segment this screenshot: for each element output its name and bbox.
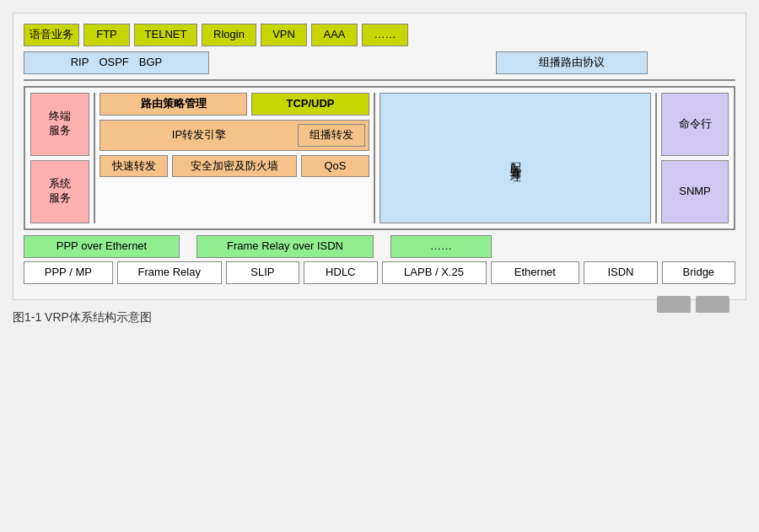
snmp-box: SNMP [661, 160, 729, 223]
ppp-frame-relay-row: PPP over Ethernet Frame Relay over ISDN … [24, 235, 735, 258]
isdn-box: ISDN [584, 261, 657, 284]
more-services: …… [362, 24, 408, 46]
diagram-caption: 图1-1 VRP体系结构示意图 [13, 310, 746, 325]
terminal-services-label: 终端 服务 [49, 110, 71, 138]
routing-protocols-row: RIP OSPF BGP 组播路由协议 [24, 51, 735, 74]
rlogin-service: Rlogin [202, 24, 256, 46]
routing-policy-box: 路由策略管理 [100, 93, 247, 116]
ip-forward-box: IP转发引擎 组播转发 [100, 120, 369, 151]
left-services: 终端 服务 系统 服务 [30, 93, 89, 223]
igp-routing-box: RIP OSPF BGP [24, 51, 209, 74]
policy-tcp-row: 路由策略管理 TCP/UDP [100, 93, 369, 116]
blur-sq-1 [657, 296, 691, 313]
bgp-label: BGP [139, 56, 162, 70]
gap1 [184, 235, 192, 258]
divider-1 [24, 79, 735, 81]
security-box: 安全加密及防火墙 [172, 155, 297, 178]
ip-forward-label: IP转发引擎 [104, 127, 294, 142]
terminal-services-box: 终端 服务 [30, 93, 89, 156]
ethernet-box: Ethernet [491, 261, 580, 284]
ospf-label: OSPF [99, 56, 128, 70]
config-label: 配 置 管 理 [508, 153, 523, 163]
forward-detail-row: 快速转发 安全加密及防火墙 QoS [100, 155, 369, 178]
app-services-row: 语音业务 FTP TELNET Rlogin VPN AAA …… [24, 24, 735, 46]
frame-relay-over-isdn-box: Frame Relay over ISDN [196, 235, 374, 258]
multicast-routing-box: 组播路由协议 [496, 51, 648, 74]
qos-box: QoS [301, 155, 369, 178]
system-services-label: 系统 服务 [49, 177, 71, 206]
more-protocols-box: …… [390, 235, 492, 258]
rip-label: RIP [71, 56, 89, 70]
system-services-box: 系统 服务 [30, 160, 89, 223]
blur-sq-2 [696, 296, 729, 313]
command-box: 命令行 [661, 93, 729, 156]
ppp-mp-box: PPP / MP [24, 261, 113, 284]
left-divider [94, 93, 95, 223]
blur-decoration [657, 296, 729, 313]
voice-service: 语音业务 [24, 24, 79, 46]
frame-relay-box: Frame Relay [117, 261, 222, 284]
fast-forward-box: 快速转发 [100, 155, 168, 178]
hdlc-box: HDLC [304, 261, 377, 284]
config-mgmt-box: 配 置 管 理 [380, 93, 651, 223]
ppp-over-ethernet-box: PPP over Ethernet [24, 235, 180, 258]
main-content-area: 路由策略管理 TCP/UDP IP转发引擎 组播转发 快速转发 安全加密及防火墙 [100, 93, 369, 223]
slip-box: SLIP [226, 261, 299, 284]
aaa-service: AAA [311, 24, 358, 46]
multicast-forward-box: 组播转发 [298, 124, 365, 147]
right-divider-1 [374, 93, 375, 223]
tcp-udp-box: TCP/UDP [251, 93, 369, 116]
vpn-service: VPN [261, 24, 307, 46]
right-services: 命令行 SNMP [661, 93, 729, 223]
bridge-box: Bridge [662, 261, 735, 284]
protocols-row: PPP / MP Frame Relay SLIP HDLC LAPB / X.… [24, 261, 735, 284]
ip-forward-row: IP转发引擎 组播转发 [100, 120, 369, 151]
telnet-service: TELNET [134, 24, 197, 46]
middle-section: 终端 服务 系统 服务 路由策略管理 TCP/UDP [24, 86, 735, 230]
right-divider-2 [655, 93, 657, 223]
gap2 [378, 235, 386, 258]
diagram-container: 语音业务 FTP TELNET Rlogin VPN AAA …… RIP OS… [13, 13, 746, 300]
lapb-x25-box: LAPB / X.25 [382, 261, 487, 284]
ftp-service: FTP [83, 24, 130, 46]
caption-text: 图1-1 VRP体系结构示意图 [13, 310, 152, 324]
